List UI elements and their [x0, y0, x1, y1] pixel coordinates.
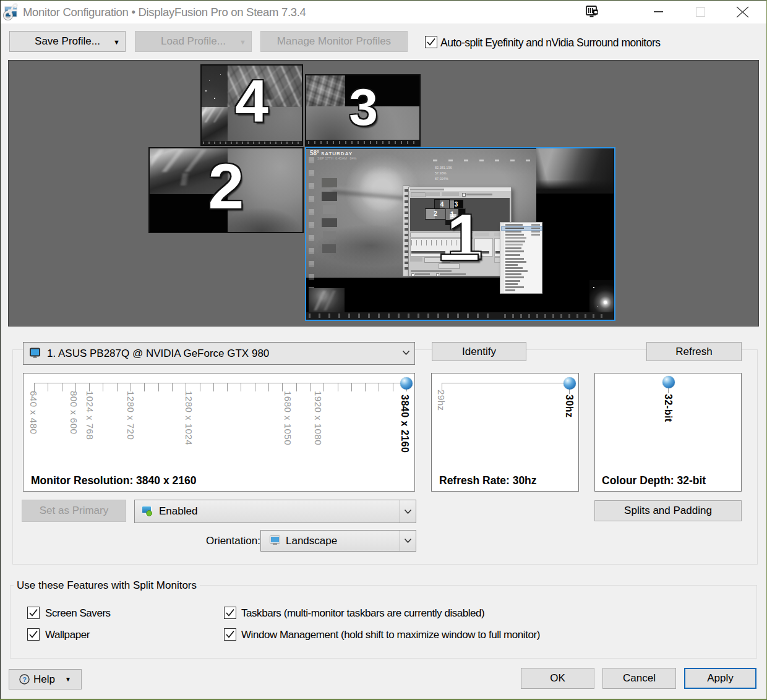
svg-text:?: ?: [22, 676, 27, 683]
